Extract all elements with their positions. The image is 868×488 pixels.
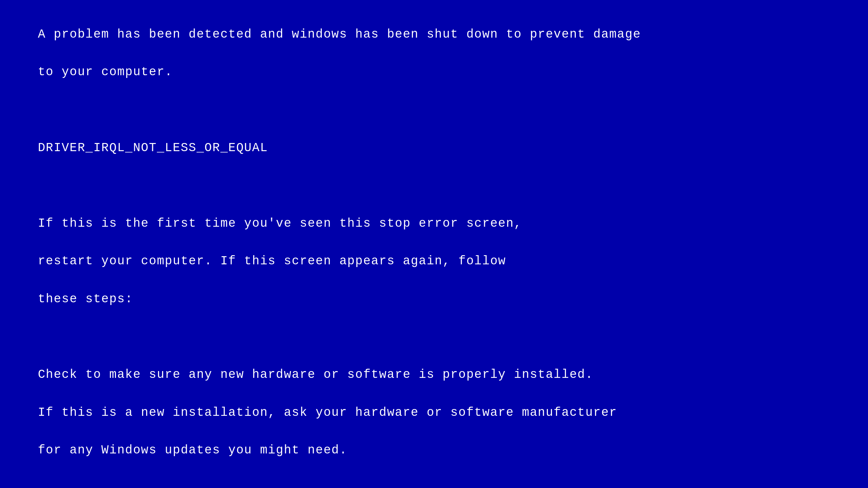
para2-line1: Check to make sure any new hardware or s… [38, 368, 593, 382]
bsod-content: A problem has been detected and windows … [6, 6, 862, 488]
bsod-screen: A problem has been detected and windows … [0, 0, 868, 488]
header-line1: A problem has been detected and windows … [38, 27, 641, 41]
para1-line3: these steps: [38, 292, 133, 306]
para1-line2: restart your computer. If this screen ap… [38, 254, 506, 268]
para2-line2: If this is a new installation, ask your … [38, 406, 617, 420]
para1-line1: If this is the first time you've seen th… [38, 217, 522, 230]
para2-line3: for any Windows updates you might need. [38, 443, 348, 457]
error-code: DRIVER_IRQL_NOT_LESS_OR_EQUAL [38, 141, 268, 155]
header-line2: to your computer. [38, 65, 173, 79]
